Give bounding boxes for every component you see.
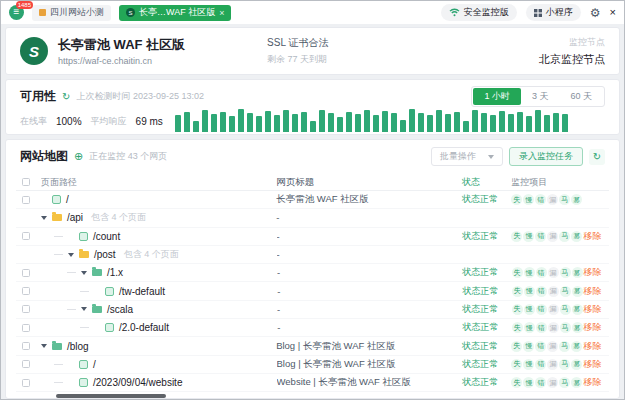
page-path[interactable]: /blog (67, 341, 89, 352)
remove-link[interactable]: 移除 (583, 230, 609, 243)
select-all-checkbox[interactable] (22, 178, 30, 186)
monitor-tag-4[interactable]: 漏 (548, 286, 559, 297)
row-checkbox[interactable] (22, 196, 30, 204)
monitor-tag-3[interactable]: 错 (536, 267, 547, 278)
remove-link[interactable]: 移除 (583, 285, 609, 298)
monitor-tag-5[interactable]: 马 (560, 304, 571, 315)
monitor-tag-6[interactable]: 篡 (571, 341, 582, 352)
page-path[interactable]: / (93, 359, 96, 370)
row-checkbox[interactable] (22, 342, 30, 350)
page-path[interactable]: /2023/09/04/website (93, 377, 183, 388)
tab-close-icon[interactable]: × (219, 8, 224, 18)
monitor-tag-4[interactable]: 漏 (547, 231, 558, 242)
monitor-tag-1[interactable]: 失 (512, 286, 523, 297)
site-url[interactable]: https://waf-ce.chaitin.cn (58, 56, 185, 66)
monitor-tag-6[interactable]: 篡 (571, 359, 582, 370)
remove-link[interactable]: 移除 (583, 303, 609, 316)
monitor-tag-5[interactable]: 马 (559, 341, 570, 352)
monitor-tag-3[interactable]: 错 (535, 377, 546, 388)
edition-button[interactable]: 安全监控版 (441, 4, 517, 21)
row-checkbox[interactable] (22, 287, 30, 295)
row-checkbox[interactable] (22, 324, 30, 332)
monitor-tag-2[interactable]: 慢 (524, 286, 535, 297)
miniapp-button[interactable]: 小程序 (526, 4, 581, 21)
window-close-icon[interactable]: × (610, 7, 616, 18)
settings-gear-icon[interactable]: ⚙ (590, 7, 601, 19)
tab-site-2[interactable]: S 长亭…WAF 社区版 × (119, 5, 231, 21)
monitor-tag-3[interactable]: 错 (535, 194, 546, 205)
row-checkbox[interactable] (22, 305, 30, 313)
page-path[interactable]: /tw-default (119, 286, 165, 297)
range-button-2[interactable]: 60 天 (559, 88, 603, 105)
monitor-tag-1[interactable]: 失 (511, 194, 522, 205)
monitor-tag-1[interactable]: 失 (512, 304, 523, 315)
monitor-tag-5[interactable]: 马 (559, 359, 570, 370)
monitor-tag-1[interactable]: 失 (511, 377, 522, 388)
page-path[interactable]: /2.0-default (119, 322, 169, 333)
monitor-tag-4[interactable]: 漏 (548, 322, 559, 333)
sitemap-refresh-button[interactable]: ↻ (589, 149, 605, 165)
monitor-tag-2[interactable]: 慢 (524, 322, 535, 333)
monitor-tag-5[interactable]: 马 (559, 194, 570, 205)
monitor-tag-5[interactable]: 马 (560, 322, 571, 333)
monitor-tag-2[interactable]: 慢 (523, 341, 534, 352)
monitor-tag-6[interactable]: 篡 (572, 267, 583, 278)
monitor-tag-4[interactable]: 漏 (547, 377, 558, 388)
page-path[interactable]: /1.x (107, 267, 123, 278)
monitor-tag-3[interactable]: 错 (536, 286, 547, 297)
monitor-tag-3[interactable]: 错 (536, 304, 547, 315)
monitor-tag-1[interactable]: 失 (511, 231, 522, 242)
monitor-tag-3[interactable]: 错 (535, 341, 546, 352)
monitor-tag-1[interactable]: 失 (511, 341, 522, 352)
tab-site-1[interactable]: 四川网站小测 (32, 5, 111, 21)
monitor-tag-6[interactable]: 篡 (572, 286, 583, 297)
monitor-tag-2[interactable]: 慢 (523, 194, 534, 205)
monitor-tag-1[interactable]: 失 (511, 359, 522, 370)
remove-link[interactable]: 移除 (583, 266, 609, 279)
monitor-tag-5[interactable]: 马 (559, 231, 570, 242)
monitor-tag-1[interactable]: 失 (512, 322, 523, 333)
monitor-tag-2[interactable]: 慢 (523, 231, 534, 242)
monitor-tag-6[interactable]: 篡 (571, 194, 582, 205)
monitor-tag-6[interactable]: 篡 (571, 231, 582, 242)
monitor-tag-2[interactable]: 慢 (523, 359, 534, 370)
page-path[interactable]: /count (93, 231, 120, 242)
add-monitor-task-button[interactable]: 录入监控任务 (509, 147, 583, 166)
monitor-tag-3[interactable]: 错 (535, 231, 546, 242)
row-checkbox[interactable] (22, 232, 30, 240)
monitor-tag-2[interactable]: 慢 (524, 304, 535, 315)
app-menu-avatar[interactable]: ≡ 1485 (9, 5, 24, 20)
monitor-tag-1[interactable]: 失 (512, 267, 523, 278)
monitor-tag-6[interactable]: 篡 (572, 304, 583, 315)
monitor-tag-5[interactable]: 马 (560, 267, 571, 278)
page-path[interactable]: /post (94, 249, 116, 260)
tree-caret-icon[interactable] (41, 216, 47, 220)
refresh-icon[interactable]: ↻ (62, 92, 70, 102)
monitor-tag-3[interactable]: 错 (535, 359, 546, 370)
row-checkbox[interactable] (22, 360, 30, 368)
monitor-tag-5[interactable]: 马 (560, 286, 571, 297)
monitor-tag-4[interactable]: 漏 (548, 267, 559, 278)
remove-link[interactable]: 移除 (583, 358, 609, 371)
tree-caret-icon[interactable] (41, 344, 47, 348)
remove-link[interactable]: 移除 (583, 321, 609, 334)
monitor-tag-4[interactable]: 漏 (547, 341, 558, 352)
page-path[interactable]: /scala (107, 304, 133, 315)
page-path[interactable]: / (66, 194, 69, 205)
monitor-tag-6[interactable]: 篡 (571, 377, 582, 388)
remove-link[interactable]: 移除 (583, 340, 609, 353)
monitor-tag-3[interactable]: 错 (536, 322, 547, 333)
tree-caret-icon[interactable] (68, 253, 74, 257)
monitor-tag-5[interactable]: 马 (559, 377, 570, 388)
range-button-0[interactable]: 1 小时 (473, 88, 521, 105)
monitor-tag-6[interactable]: 篡 (572, 322, 583, 333)
monitor-tag-4[interactable]: 漏 (547, 194, 558, 205)
horizontal-scrollbar[interactable] (56, 394, 166, 398)
range-button-1[interactable]: 3 天 (521, 88, 560, 105)
monitor-tag-4[interactable]: 漏 (547, 359, 558, 370)
page-path[interactable]: /api (67, 212, 83, 223)
row-checkbox[interactable] (22, 379, 30, 387)
batch-actions-select[interactable]: 批量操作 (431, 147, 503, 166)
monitor-tag-4[interactable]: 漏 (548, 304, 559, 315)
monitor-tag-2[interactable]: 慢 (523, 377, 534, 388)
